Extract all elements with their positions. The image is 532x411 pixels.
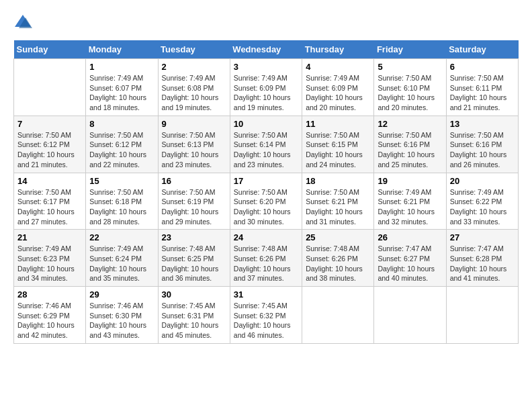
day-detail: Sunrise: 7:50 AMSunset: 6:17 PMDaylight:… [17, 187, 82, 227]
header [13, 13, 519, 30]
day-number: 28 [17, 289, 82, 300]
day-number: 18 [306, 176, 370, 186]
header-row: Sunday Monday Tuesday Wednesday Thursday… [14, 40, 519, 59]
logo [13, 13, 35, 30]
calendar-cell: 14Sunrise: 7:50 AMSunset: 6:17 PMDayligh… [14, 173, 86, 230]
day-number: 3 [234, 62, 298, 72]
day-detail: Sunrise: 7:50 AMSunset: 6:15 PMDaylight:… [306, 130, 370, 170]
day-number: 19 [378, 176, 442, 186]
col-tuesday: Tuesday [158, 40, 230, 59]
day-number: 15 [89, 176, 154, 186]
day-number: 16 [162, 176, 226, 186]
calendar-cell [374, 287, 446, 344]
day-number: 12 [378, 119, 442, 129]
calendar-week-3: 14Sunrise: 7:50 AMSunset: 6:17 PMDayligh… [14, 173, 519, 230]
day-detail: Sunrise: 7:49 AMSunset: 6:09 PMDaylight:… [306, 73, 370, 113]
day-detail: Sunrise: 7:48 AMSunset: 6:25 PMDaylight:… [162, 244, 226, 283]
day-detail: Sunrise: 7:49 AMSunset: 6:21 PMDaylight:… [378, 187, 442, 227]
day-detail: Sunrise: 7:50 AMSunset: 6:20 PMDaylight:… [234, 187, 298, 227]
logo-icon [13, 13, 32, 30]
calendar-cell: 4Sunrise: 7:49 AMSunset: 6:09 PMDaylight… [302, 59, 374, 116]
day-number: 2 [162, 62, 226, 72]
calendar-cell: 21Sunrise: 7:49 AMSunset: 6:23 PMDayligh… [14, 230, 86, 287]
calendar-cell: 16Sunrise: 7:50 AMSunset: 6:19 PMDayligh… [158, 173, 230, 230]
day-detail: Sunrise: 7:50 AMSunset: 6:16 PMDaylight:… [378, 130, 442, 170]
day-number: 11 [306, 119, 370, 129]
calendar-cell: 17Sunrise: 7:50 AMSunset: 6:20 PMDayligh… [230, 173, 302, 230]
calendar-cell: 29Sunrise: 7:46 AMSunset: 6:30 PMDayligh… [86, 287, 158, 344]
col-saturday: Saturday [446, 40, 518, 59]
day-detail: Sunrise: 7:49 AMSunset: 6:07 PMDaylight:… [89, 73, 154, 113]
calendar-cell: 5Sunrise: 7:50 AMSunset: 6:10 PMDaylight… [374, 59, 446, 116]
day-detail: Sunrise: 7:50 AMSunset: 6:10 PMDaylight:… [378, 73, 442, 113]
day-detail: Sunrise: 7:48 AMSunset: 6:26 PMDaylight:… [234, 244, 298, 283]
calendar-cell: 19Sunrise: 7:49 AMSunset: 6:21 PMDayligh… [374, 173, 446, 230]
day-number: 17 [234, 176, 298, 186]
calendar-cell: 18Sunrise: 7:50 AMSunset: 6:21 PMDayligh… [302, 173, 374, 230]
day-number: 31 [234, 289, 298, 300]
calendar-week-2: 7Sunrise: 7:50 AMSunset: 6:12 PMDaylight… [14, 116, 519, 173]
calendar-cell: 6Sunrise: 7:50 AMSunset: 6:11 PMDaylight… [446, 59, 518, 116]
day-number: 9 [162, 119, 226, 129]
day-detail: Sunrise: 7:50 AMSunset: 6:21 PMDaylight:… [306, 187, 370, 227]
day-detail: Sunrise: 7:45 AMSunset: 6:32 PMDaylight:… [234, 301, 298, 340]
day-detail: Sunrise: 7:49 AMSunset: 6:22 PMDaylight:… [450, 187, 515, 227]
day-number: 5 [378, 62, 442, 72]
day-number: 6 [450, 62, 515, 72]
col-wednesday: Wednesday [230, 40, 302, 59]
calendar-cell: 1Sunrise: 7:49 AMSunset: 6:07 PMDaylight… [86, 59, 158, 116]
calendar-cell: 10Sunrise: 7:50 AMSunset: 6:14 PMDayligh… [230, 116, 302, 173]
day-detail: Sunrise: 7:49 AMSunset: 6:23 PMDaylight:… [17, 244, 82, 283]
day-detail: Sunrise: 7:50 AMSunset: 6:12 PMDaylight:… [17, 130, 82, 170]
day-number: 21 [17, 232, 82, 242]
calendar-cell: 15Sunrise: 7:50 AMSunset: 6:18 PMDayligh… [86, 173, 158, 230]
day-number: 7 [17, 119, 82, 129]
calendar-cell: 25Sunrise: 7:48 AMSunset: 6:26 PMDayligh… [302, 230, 374, 287]
calendar-cell [14, 59, 86, 116]
day-number: 25 [306, 232, 370, 242]
col-sunday: Sunday [14, 40, 86, 59]
calendar-cell [446, 287, 518, 344]
day-detail: Sunrise: 7:49 AMSunset: 6:24 PMDaylight:… [89, 244, 154, 283]
calendar-cell: 9Sunrise: 7:50 AMSunset: 6:13 PMDaylight… [158, 116, 230, 173]
calendar-cell: 30Sunrise: 7:45 AMSunset: 6:31 PMDayligh… [158, 287, 230, 344]
day-number: 27 [450, 232, 515, 242]
calendar-cell: 28Sunrise: 7:46 AMSunset: 6:29 PMDayligh… [14, 287, 86, 344]
calendar-cell: 3Sunrise: 7:49 AMSunset: 6:09 PMDaylight… [230, 59, 302, 116]
col-thursday: Thursday [302, 40, 374, 59]
day-detail: Sunrise: 7:50 AMSunset: 6:18 PMDaylight:… [89, 187, 154, 227]
calendar-cell: 31Sunrise: 7:45 AMSunset: 6:32 PMDayligh… [230, 287, 302, 344]
day-detail: Sunrise: 7:49 AMSunset: 6:08 PMDaylight:… [162, 73, 226, 113]
day-number: 20 [450, 176, 515, 186]
day-detail: Sunrise: 7:50 AMSunset: 6:12 PMDaylight:… [89, 130, 154, 170]
calendar-cell: 27Sunrise: 7:47 AMSunset: 6:28 PMDayligh… [446, 230, 518, 287]
day-number: 24 [234, 232, 298, 242]
day-number: 1 [89, 62, 154, 72]
calendar-cell: 24Sunrise: 7:48 AMSunset: 6:26 PMDayligh… [230, 230, 302, 287]
day-detail: Sunrise: 7:50 AMSunset: 6:11 PMDaylight:… [450, 73, 515, 113]
day-number: 23 [162, 232, 226, 242]
col-friday: Friday [374, 40, 446, 59]
day-number: 13 [450, 119, 515, 129]
day-detail: Sunrise: 7:49 AMSunset: 6:09 PMDaylight:… [234, 73, 298, 113]
calendar-cell: 23Sunrise: 7:48 AMSunset: 6:25 PMDayligh… [158, 230, 230, 287]
day-detail: Sunrise: 7:50 AMSunset: 6:16 PMDaylight:… [450, 130, 515, 170]
day-number: 22 [89, 232, 154, 242]
day-number: 10 [234, 119, 298, 129]
calendar-cell: 2Sunrise: 7:49 AMSunset: 6:08 PMDaylight… [158, 59, 230, 116]
day-detail: Sunrise: 7:46 AMSunset: 6:29 PMDaylight:… [17, 301, 82, 340]
day-detail: Sunrise: 7:47 AMSunset: 6:27 PMDaylight:… [378, 244, 442, 283]
calendar-week-4: 21Sunrise: 7:49 AMSunset: 6:23 PMDayligh… [14, 230, 519, 287]
day-number: 29 [89, 289, 154, 300]
calendar-cell: 22Sunrise: 7:49 AMSunset: 6:24 PMDayligh… [86, 230, 158, 287]
calendar-table: Sunday Monday Tuesday Wednesday Thursday… [13, 40, 519, 344]
day-number: 30 [162, 289, 226, 300]
day-detail: Sunrise: 7:48 AMSunset: 6:26 PMDaylight:… [306, 244, 370, 283]
day-detail: Sunrise: 7:50 AMSunset: 6:14 PMDaylight:… [234, 130, 298, 170]
calendar-cell: 11Sunrise: 7:50 AMSunset: 6:15 PMDayligh… [302, 116, 374, 173]
calendar-cell: 13Sunrise: 7:50 AMSunset: 6:16 PMDayligh… [446, 116, 518, 173]
calendar-cell: 20Sunrise: 7:49 AMSunset: 6:22 PMDayligh… [446, 173, 518, 230]
calendar-cell: 26Sunrise: 7:47 AMSunset: 6:27 PMDayligh… [374, 230, 446, 287]
day-detail: Sunrise: 7:45 AMSunset: 6:31 PMDaylight:… [162, 301, 226, 340]
day-detail: Sunrise: 7:50 AMSunset: 6:13 PMDaylight:… [162, 130, 226, 170]
